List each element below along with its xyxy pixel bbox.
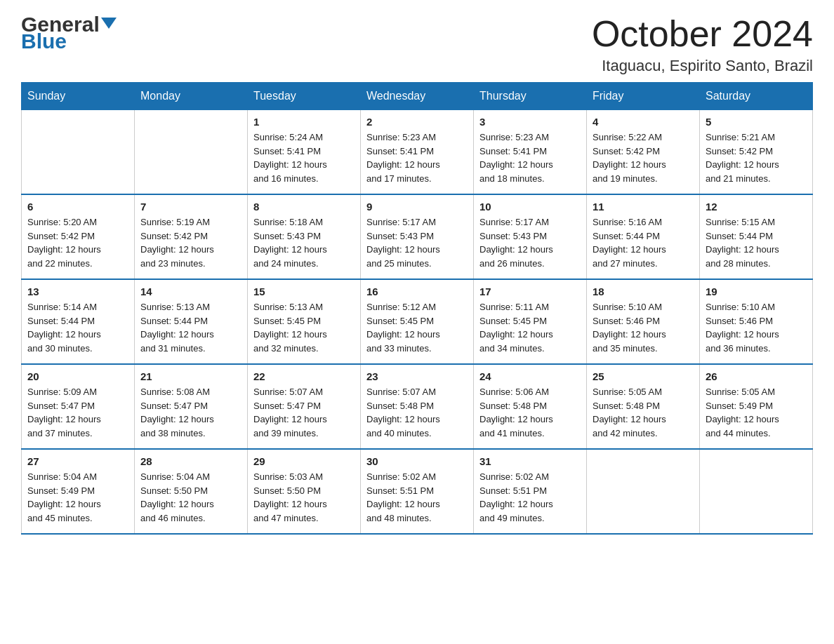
- day-info: Sunrise: 5:17 AM Sunset: 5:43 PM Dayligh…: [479, 215, 581, 270]
- location-title: Itaguacu, Espirito Santo, Brazil: [592, 57, 813, 75]
- day-number: 17: [479, 286, 581, 297]
- day-number: 1: [253, 116, 355, 128]
- calendar-cell: 3Sunrise: 5:23 AM Sunset: 5:41 PM Daylig…: [474, 110, 587, 195]
- calendar-cell: [587, 449, 700, 534]
- day-info: Sunrise: 5:04 AM Sunset: 5:49 PM Dayligh…: [27, 470, 128, 525]
- calendar-cell: 15Sunrise: 5:13 AM Sunset: 5:45 PM Dayli…: [248, 279, 361, 364]
- day-number: 27: [27, 455, 128, 467]
- day-number: 2: [366, 116, 468, 128]
- calendar-cell: 1Sunrise: 5:24 AM Sunset: 5:41 PM Daylig…: [248, 110, 361, 195]
- day-info: Sunrise: 5:21 AM Sunset: 5:42 PM Dayligh…: [706, 130, 807, 185]
- calendar-cell: 2Sunrise: 5:23 AM Sunset: 5:41 PM Daylig…: [361, 110, 474, 195]
- calendar-header: Sunday Monday Tuesday Wednesday Thursday…: [22, 83, 813, 110]
- day-number: 12: [706, 201, 807, 213]
- day-number: 14: [140, 286, 241, 297]
- day-info: Sunrise: 5:17 AM Sunset: 5:43 PM Dayligh…: [366, 215, 468, 270]
- calendar-cell: 16Sunrise: 5:12 AM Sunset: 5:45 PM Dayli…: [361, 279, 474, 364]
- day-number: 22: [253, 370, 355, 382]
- calendar-cell: [700, 449, 813, 534]
- day-info: Sunrise: 5:16 AM Sunset: 5:44 PM Dayligh…: [593, 215, 694, 270]
- title-block: October 2024 Itaguacu, Espirito Santo, B…: [592, 14, 813, 75]
- calendar-cell: 14Sunrise: 5:13 AM Sunset: 5:44 PM Dayli…: [135, 279, 248, 364]
- day-info: Sunrise: 5:23 AM Sunset: 5:41 PM Dayligh…: [479, 130, 581, 185]
- day-number: 26: [706, 370, 807, 382]
- calendar-cell: 10Sunrise: 5:17 AM Sunset: 5:43 PM Dayli…: [474, 194, 587, 279]
- calendar-week-2: 6Sunrise: 5:20 AM Sunset: 5:42 PM Daylig…: [22, 194, 813, 279]
- day-info: Sunrise: 5:02 AM Sunset: 5:51 PM Dayligh…: [366, 470, 468, 525]
- col-friday: Friday: [587, 83, 700, 110]
- calendar-cell: 6Sunrise: 5:20 AM Sunset: 5:42 PM Daylig…: [22, 194, 135, 279]
- day-info: Sunrise: 5:23 AM Sunset: 5:41 PM Dayligh…: [366, 130, 468, 185]
- calendar-cell: 27Sunrise: 5:04 AM Sunset: 5:49 PM Dayli…: [22, 449, 135, 534]
- day-number: 11: [593, 201, 694, 213]
- col-tuesday: Tuesday: [248, 83, 361, 110]
- day-number: 10: [479, 201, 581, 213]
- calendar-cell: 21Sunrise: 5:08 AM Sunset: 5:47 PM Dayli…: [135, 364, 248, 449]
- calendar-cell: 7Sunrise: 5:19 AM Sunset: 5:42 PM Daylig…: [135, 194, 248, 279]
- day-number: 3: [479, 116, 581, 128]
- col-wednesday: Wednesday: [361, 83, 474, 110]
- logo: General Blue: [21, 14, 117, 52]
- calendar-table: Sunday Monday Tuesday Wednesday Thursday…: [21, 82, 813, 535]
- day-number: 6: [27, 201, 128, 213]
- calendar-cell: 31Sunrise: 5:02 AM Sunset: 5:51 PM Dayli…: [474, 449, 587, 534]
- day-number: 8: [253, 201, 355, 213]
- calendar-cell: 13Sunrise: 5:14 AM Sunset: 5:44 PM Dayli…: [22, 279, 135, 364]
- day-info: Sunrise: 5:13 AM Sunset: 5:44 PM Dayligh…: [140, 300, 241, 355]
- header-row: Sunday Monday Tuesday Wednesday Thursday…: [22, 83, 813, 110]
- day-number: 4: [593, 116, 694, 128]
- calendar-cell: 24Sunrise: 5:06 AM Sunset: 5:48 PM Dayli…: [474, 364, 587, 449]
- calendar-cell: 9Sunrise: 5:17 AM Sunset: 5:43 PM Daylig…: [361, 194, 474, 279]
- calendar-cell: 29Sunrise: 5:03 AM Sunset: 5:50 PM Dayli…: [248, 449, 361, 534]
- col-monday: Monday: [135, 83, 248, 110]
- calendar-cell: 11Sunrise: 5:16 AM Sunset: 5:44 PM Dayli…: [587, 194, 700, 279]
- calendar-cell: 12Sunrise: 5:15 AM Sunset: 5:44 PM Dayli…: [700, 194, 813, 279]
- calendar-cell: 23Sunrise: 5:07 AM Sunset: 5:48 PM Dayli…: [361, 364, 474, 449]
- day-number: 7: [140, 201, 241, 213]
- day-info: Sunrise: 5:24 AM Sunset: 5:41 PM Dayligh…: [253, 130, 355, 185]
- calendar-cell: [22, 110, 135, 195]
- calendar-cell: [135, 110, 248, 195]
- calendar-week-1: 1Sunrise: 5:24 AM Sunset: 5:41 PM Daylig…: [22, 110, 813, 195]
- day-info: Sunrise: 5:09 AM Sunset: 5:47 PM Dayligh…: [27, 385, 128, 440]
- logo-arrow-icon: [101, 18, 117, 29]
- day-number: 23: [366, 370, 468, 382]
- day-info: Sunrise: 5:07 AM Sunset: 5:48 PM Dayligh…: [366, 385, 468, 440]
- day-number: 19: [706, 286, 807, 297]
- col-saturday: Saturday: [700, 83, 813, 110]
- day-info: Sunrise: 5:11 AM Sunset: 5:45 PM Dayligh…: [479, 300, 581, 355]
- calendar-body: 1Sunrise: 5:24 AM Sunset: 5:41 PM Daylig…: [22, 110, 813, 535]
- day-number: 5: [706, 116, 807, 128]
- calendar-cell: 30Sunrise: 5:02 AM Sunset: 5:51 PM Dayli…: [361, 449, 474, 534]
- calendar-cell: 4Sunrise: 5:22 AM Sunset: 5:42 PM Daylig…: [587, 110, 700, 195]
- day-info: Sunrise: 5:22 AM Sunset: 5:42 PM Dayligh…: [593, 130, 694, 185]
- day-info: Sunrise: 5:13 AM Sunset: 5:45 PM Dayligh…: [253, 300, 355, 355]
- calendar-cell: 17Sunrise: 5:11 AM Sunset: 5:45 PM Dayli…: [474, 279, 587, 364]
- calendar-cell: 8Sunrise: 5:18 AM Sunset: 5:43 PM Daylig…: [248, 194, 361, 279]
- day-info: Sunrise: 5:03 AM Sunset: 5:50 PM Dayligh…: [253, 470, 355, 525]
- page-header: General Blue October 2024 Itaguacu, Espi…: [21, 14, 813, 75]
- day-number: 31: [479, 455, 581, 467]
- day-number: 28: [140, 455, 241, 467]
- calendar-cell: 19Sunrise: 5:10 AM Sunset: 5:46 PM Dayli…: [700, 279, 813, 364]
- day-number: 20: [27, 370, 128, 382]
- day-number: 9: [366, 201, 468, 213]
- day-info: Sunrise: 5:05 AM Sunset: 5:48 PM Dayligh…: [593, 385, 694, 440]
- day-info: Sunrise: 5:10 AM Sunset: 5:46 PM Dayligh…: [593, 300, 694, 355]
- calendar-cell: 28Sunrise: 5:04 AM Sunset: 5:50 PM Dayli…: [135, 449, 248, 534]
- day-info: Sunrise: 5:05 AM Sunset: 5:49 PM Dayligh…: [706, 385, 807, 440]
- day-number: 30: [366, 455, 468, 467]
- day-info: Sunrise: 5:04 AM Sunset: 5:50 PM Dayligh…: [140, 470, 241, 525]
- day-info: Sunrise: 5:15 AM Sunset: 5:44 PM Dayligh…: [706, 215, 807, 270]
- day-info: Sunrise: 5:19 AM Sunset: 5:42 PM Dayligh…: [140, 215, 241, 270]
- calendar-week-3: 13Sunrise: 5:14 AM Sunset: 5:44 PM Dayli…: [22, 279, 813, 364]
- col-thursday: Thursday: [474, 83, 587, 110]
- day-number: 25: [593, 370, 694, 382]
- day-info: Sunrise: 5:08 AM Sunset: 5:47 PM Dayligh…: [140, 385, 241, 440]
- day-number: 16: [366, 286, 468, 297]
- col-sunday: Sunday: [22, 83, 135, 110]
- day-info: Sunrise: 5:06 AM Sunset: 5:48 PM Dayligh…: [479, 385, 581, 440]
- day-info: Sunrise: 5:10 AM Sunset: 5:46 PM Dayligh…: [706, 300, 807, 355]
- day-number: 13: [27, 286, 128, 297]
- day-info: Sunrise: 5:02 AM Sunset: 5:51 PM Dayligh…: [479, 470, 581, 525]
